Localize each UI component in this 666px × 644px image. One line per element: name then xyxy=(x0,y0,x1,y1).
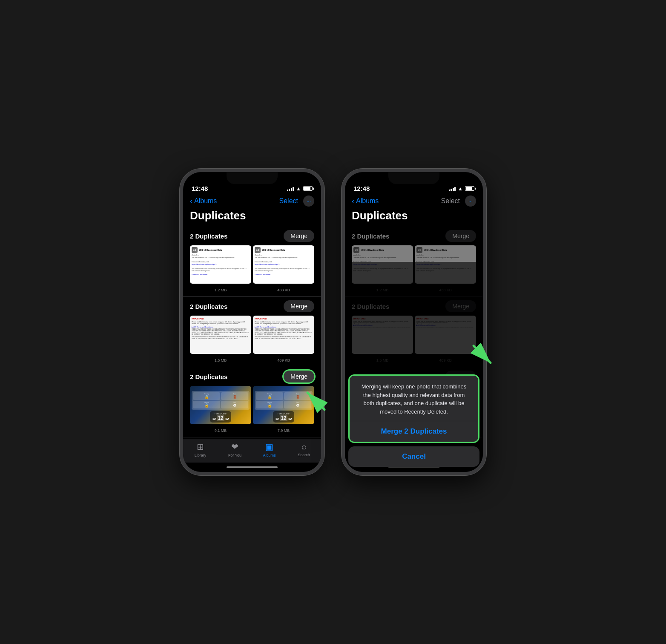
right-action-sheet: Merging will keep one photo that combine… xyxy=(345,371,483,472)
left-nav-actions: Select ··· xyxy=(279,196,314,207)
left-status-icons: ▲ xyxy=(287,186,313,192)
right-nav-bar: ‹ Albums Select ··· xyxy=(345,194,483,209)
right-status-icons: ▲ xyxy=(449,186,474,192)
left-tab-albums[interactable]: ▣ Albums xyxy=(252,442,287,457)
left-group-2-size-1: 1.5 MB xyxy=(215,358,227,362)
left-group-3-header: 2 Duplicates Merge xyxy=(190,371,314,382)
left-phone-screen: 12:48 ▲ xyxy=(183,172,321,472)
left-group-3-photos: 12:24 Security 🔒 xyxy=(190,386,314,424)
right-signal-icon xyxy=(449,186,456,191)
left-group-1-header: 2 Duplicates Merge xyxy=(190,230,314,242)
green-arrow-svg xyxy=(299,380,333,414)
right-merge-confirm-btn[interactable]: Merge 2 Duplicates xyxy=(350,421,478,442)
left-group-2-photo-2: IMPORTANT Please read the following term… xyxy=(253,316,314,354)
right-green-arrow-svg xyxy=(465,342,499,376)
left-group-3-title: 2 Duplicates xyxy=(190,373,227,380)
right-back-button[interactable]: ‹ Albums xyxy=(352,197,379,206)
left-tab-search[interactable]: ⌕ Search xyxy=(287,442,321,457)
left-group-1-photo-2: 16 iOS 16 Developer Beta Apple Inc. The … xyxy=(253,245,314,284)
right-time: 12:48 xyxy=(353,185,370,192)
left-group-1-size-2: 433 KB xyxy=(277,288,290,292)
left-time: 12:48 xyxy=(192,185,208,192)
left-tab-library[interactable]: ⊞ Library xyxy=(183,442,218,457)
left-group-2: 2 Duplicates Merge IMPORTANT Please read… xyxy=(183,297,321,367)
scene: 12:48 ▲ xyxy=(180,169,486,475)
right-phone: 12:48 ▲ xyxy=(342,169,486,475)
right-phone-screen: 12:48 ▲ xyxy=(345,172,483,472)
left-group-3-photo-1: 12:24 Security 🔒 xyxy=(190,386,251,424)
right-dialog-message: Merging will keep one photo that combine… xyxy=(350,376,478,421)
left-tab-search-icon: ⌕ xyxy=(301,442,307,451)
left-back-chevron: ‹ xyxy=(190,197,192,206)
left-group-1-sizes: 1.2 MB 433 KB xyxy=(190,285,314,293)
right-group-1-merge-btn: Merge xyxy=(445,230,476,242)
left-tab-bar: ⊞ Library ❤ For You ▣ Albums ⌕ Search xyxy=(183,439,321,463)
left-tab-for-you[interactable]: ❤ For You xyxy=(218,442,252,457)
right-cancel-btn[interactable]: Cancel xyxy=(348,446,479,467)
left-group-1-merge-btn[interactable]: Merge xyxy=(284,230,314,242)
right-more-button[interactable]: ··· xyxy=(465,196,476,207)
left-back-button[interactable]: ‹ Albums xyxy=(190,197,217,206)
left-nav-bar: ‹ Albums Select ··· xyxy=(183,194,321,209)
dialog-arrow-indicator xyxy=(465,342,499,377)
left-tab-foryou-icon: ❤ xyxy=(231,442,238,452)
left-select-button[interactable]: Select xyxy=(279,197,298,205)
right-more-icon: ··· xyxy=(468,198,473,204)
right-nav-actions: Select ··· xyxy=(441,196,476,207)
left-tab-library-label: Library xyxy=(195,453,207,457)
left-group-1-title: 2 Duplicates xyxy=(190,233,227,240)
left-tab-albums-icon: ▣ xyxy=(265,442,273,452)
right-back-label: Albums xyxy=(356,197,379,205)
left-more-button[interactable]: ··· xyxy=(303,196,314,207)
left-phone-wrapper: 12:48 ▲ xyxy=(180,169,324,475)
left-group-1-photo-1: 16 iOS 16 Developer Beta Apple Inc. The … xyxy=(190,245,251,284)
right-phone-wrapper: 12:48 ▲ xyxy=(342,169,486,475)
left-home-indicator xyxy=(183,463,321,472)
right-select-button[interactable]: Select xyxy=(441,197,460,205)
left-group-2-title: 2 Duplicates xyxy=(190,303,227,310)
left-group-3-sizes: 9.1 MB 7.9 MB xyxy=(190,426,314,434)
left-group-2-photos: IMPORTANT Please read the following term… xyxy=(190,316,314,354)
right-page-title: Duplicates xyxy=(345,209,483,227)
left-tab-library-icon: ⊞ xyxy=(197,442,204,452)
left-signal-icon xyxy=(287,186,294,191)
right-wifi-icon: ▲ xyxy=(458,186,463,192)
left-group-3-size-2: 7.9 MB xyxy=(278,428,290,433)
right-back-chevron: ‹ xyxy=(352,197,354,206)
left-wifi-icon: ▲ xyxy=(296,186,301,192)
left-group-2-sizes: 1.5 MB 469 KB xyxy=(190,356,314,363)
left-phone: 12:48 ▲ xyxy=(180,169,324,475)
left-group-1-photos: 16 iOS 16 Developer Beta Apple Inc. The … xyxy=(190,245,314,284)
right-status-bar: 12:48 ▲ xyxy=(345,172,483,194)
left-battery-icon xyxy=(303,186,313,191)
left-group-2-merge-btn[interactable]: Merge xyxy=(284,300,314,312)
left-group-1: 2 Duplicates Merge 16 iOS 16 Developer B… xyxy=(183,227,321,297)
right-group-1-header: 2 Duplicates Merge xyxy=(352,230,476,242)
right-action-sheet-content: Merging will keep one photo that combine… xyxy=(348,374,479,443)
left-tab-search-label: Search xyxy=(298,453,310,457)
left-group-2-size-2: 469 KB xyxy=(277,358,290,362)
left-group-3-size-1: 9.1 MB xyxy=(215,428,227,433)
right-group-1-title: 2 Duplicates xyxy=(352,233,389,240)
merge-arrow-indicator xyxy=(299,380,333,416)
left-tab-foryou-label: For You xyxy=(228,453,241,457)
right-dialog-overlay: Merging will keep one photo that combine… xyxy=(345,262,483,472)
left-more-icon: ··· xyxy=(307,198,311,204)
left-group-2-photo-1: IMPORTANT Please read the following term… xyxy=(190,316,251,354)
right-battery-icon xyxy=(465,186,474,191)
left-status-bar: 12:48 ▲ xyxy=(183,172,321,194)
left-home-bar xyxy=(227,466,278,468)
left-back-label: Albums xyxy=(194,197,217,205)
left-page-title: Duplicates xyxy=(183,209,321,227)
left-group-2-header: 2 Duplicates Merge xyxy=(190,300,314,312)
left-group-1-size-1: 1.2 MB xyxy=(215,288,227,292)
left-tab-albums-label: Albums xyxy=(263,453,276,457)
